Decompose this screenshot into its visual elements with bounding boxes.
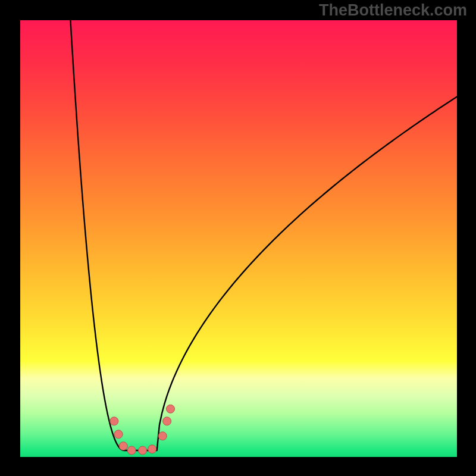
highlight-marker [163,417,171,425]
watermark-text: TheBottleneck.com [319,1,467,20]
highlight-marker [167,405,175,413]
highlight-marker [119,442,127,450]
chart-svg [20,20,457,457]
highlight-marker [110,417,118,425]
highlight-marker [158,432,167,440]
highlight-marker [139,446,147,455]
highlight-marker [114,430,123,439]
plot-area [20,20,457,457]
highlight-marker [148,445,156,453]
highlight-marker [127,446,136,455]
outer-frame: TheBottleneck.com [0,0,476,476]
